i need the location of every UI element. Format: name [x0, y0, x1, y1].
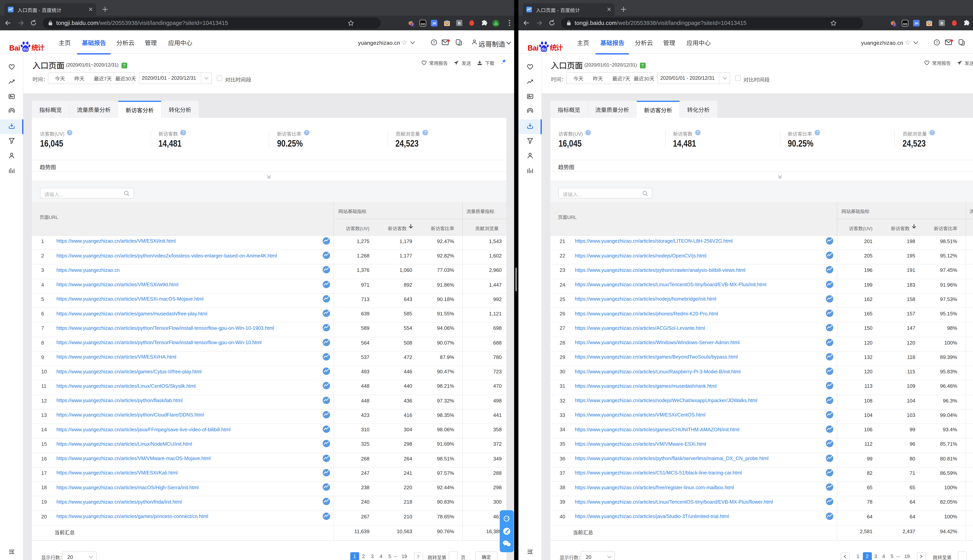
svg-text:7: 7	[411, 23, 413, 26]
svg-text:JH: JH	[914, 22, 918, 25]
svg-text:du: du	[541, 47, 546, 51]
svg-text:B: B	[940, 21, 943, 25]
svg-text:?: ?	[433, 40, 435, 44]
svg-text:B: B	[458, 21, 461, 25]
svg-text:du: du	[23, 47, 28, 51]
svg-text:JH: JH	[432, 22, 436, 25]
svg-text:7: 7	[894, 23, 895, 26]
svg-text:?: ?	[936, 40, 938, 44]
